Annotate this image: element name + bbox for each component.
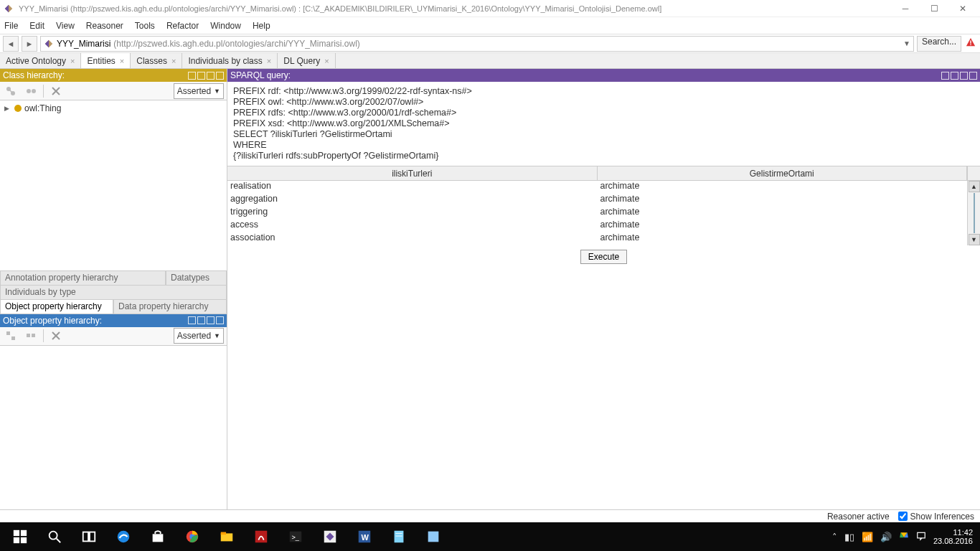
taskbar-app-misc[interactable] — [416, 522, 451, 551]
panel-view-icon[interactable] — [969, 72, 977, 80]
taskbar-app-store[interactable] — [141, 522, 175, 551]
table-row[interactable]: realisationarchimate — [227, 181, 967, 194]
tray-action-center-icon[interactable] — [916, 531, 926, 543]
close-icon[interactable]: × — [120, 57, 124, 65]
maximize-button[interactable]: ☐ — [920, 0, 948, 17]
menu-reasoner[interactable]: Reasoner — [86, 21, 123, 31]
panel-view-icon[interactable] — [188, 72, 196, 80]
tray-chevron-up-icon[interactable]: ˄ — [832, 532, 837, 542]
close-button[interactable]: ✕ — [948, 0, 977, 17]
expand-icon[interactable]: ▶ — [4, 105, 11, 112]
cell: archimate — [598, 194, 968, 207]
taskbar-app-protege[interactable] — [313, 522, 347, 551]
search-icon[interactable] — [37, 522, 72, 551]
tab-dl-query[interactable]: DL Query× — [278, 53, 335, 68]
svg-rect-33 — [221, 532, 226, 535]
column-header[interactable]: iliskiTurleri — [227, 166, 598, 180]
panel-view-icon[interactable] — [941, 72, 949, 80]
stack-tab-individuals-by-type[interactable]: Individuals by type — [0, 286, 227, 300]
panel-view-icon[interactable] — [216, 72, 224, 80]
menu-edit[interactable]: Edit — [29, 21, 44, 31]
view-mode-dropdown[interactable]: Asserted ▼ — [174, 328, 224, 344]
panel-view-icon[interactable] — [197, 316, 205, 324]
taskbar-app-explorer[interactable] — [209, 522, 244, 551]
tray-drive-icon[interactable] — [899, 531, 909, 543]
delete-property-button[interactable] — [48, 328, 64, 344]
svg-rect-44 — [428, 532, 439, 542]
menu-window[interactable]: Window — [210, 21, 241, 31]
panel-view-icon[interactable] — [216, 316, 224, 324]
task-view-icon[interactable] — [72, 522, 106, 551]
panel-view-icon[interactable] — [207, 72, 215, 80]
close-icon[interactable]: × — [70, 57, 75, 65]
svg-rect-29 — [153, 534, 164, 542]
scroll-thumb[interactable] — [974, 193, 975, 233]
close-icon[interactable]: × — [267, 57, 271, 65]
table-row[interactable]: accessarchimate — [227, 220, 967, 232]
menu-tools[interactable]: Tools — [135, 21, 155, 31]
execute-button[interactable]: Execute — [580, 250, 627, 264]
tray-battery-icon[interactable]: ▮▯ — [844, 532, 854, 542]
search-button[interactable]: Search... — [917, 36, 961, 52]
stack-tab-annotation-property[interactable]: Annotation property hierarchy — [0, 271, 166, 286]
table-row[interactable]: associationarchimate — [227, 232, 967, 245]
object-property-tree[interactable] — [0, 346, 227, 510]
table-row[interactable]: triggeringarchimate — [227, 207, 967, 220]
add-subproperty-button[interactable] — [3, 328, 19, 344]
close-icon[interactable]: × — [324, 57, 329, 65]
panel-view-icon[interactable] — [951, 72, 958, 80]
class-hierarchy-tree[interactable]: ▶ owl:Thing — [0, 100, 227, 270]
table-row[interactable]: aggregationarchimate — [227, 194, 967, 207]
minimize-button[interactable]: ─ — [891, 0, 920, 17]
tray-volume-icon[interactable]: 🔊 — [880, 532, 892, 542]
add-sibling-property-button[interactable] — [23, 328, 39, 344]
show-inferences-checkbox[interactable]: Show Inferences — [898, 512, 974, 522]
menu-refactor[interactable]: Refactor — [166, 21, 199, 31]
taskbar-app-edge[interactable] — [106, 522, 141, 551]
close-icon[interactable]: × — [171, 57, 176, 65]
tree-row-owl-thing[interactable]: ▶ owl:Thing — [4, 103, 222, 113]
svg-text:W: W — [361, 533, 369, 542]
ontology-address-field[interactable]: YYY_Mimarisi (http://pszwed.kis.agh.edu.… — [40, 36, 914, 52]
sparql-query-editor[interactable]: PREFIX rdf: <http://www.w3.org/1999/02/2… — [227, 82, 980, 166]
taskbar-app-word[interactable]: W — [347, 522, 382, 551]
taskbar-app-chrome[interactable] — [175, 522, 209, 551]
stack-tab-object-property[interactable]: Object property hierarchy — [0, 300, 113, 314]
stack-tab-datatypes[interactable]: Datatypes — [166, 271, 227, 286]
tab-active-ontology[interactable]: Active Ontology× — [0, 53, 81, 68]
add-sibling-button[interactable] — [23, 83, 39, 99]
panel-view-icon[interactable] — [197, 72, 205, 80]
panel-view-icon[interactable] — [960, 72, 968, 80]
start-button[interactable] — [3, 522, 37, 551]
scroll-up-button[interactable]: ▲ — [969, 181, 980, 192]
panel-view-icon[interactable] — [188, 316, 196, 324]
tab-entities[interactable]: Entities× — [81, 53, 131, 68]
column-header[interactable]: GelistirmeOrtami — [598, 166, 968, 180]
tab-label: DL Query — [283, 56, 320, 66]
query-line: {?iliskiTurleri rdfs:subPropertyOf ?Geli… — [233, 151, 974, 161]
scroll-down-button[interactable]: ▼ — [969, 234, 980, 245]
svg-rect-16 — [27, 334, 30, 337]
add-subclass-button[interactable] — [3, 83, 19, 99]
menu-view[interactable]: View — [56, 21, 75, 31]
nav-back-button[interactable]: ◄ — [3, 36, 19, 52]
taskbar-app-acrobat[interactable] — [244, 522, 278, 551]
empty-area — [227, 268, 980, 509]
tab-individuals-by-class[interactable]: Individuals by class× — [182, 53, 278, 68]
taskbar-app-cmd[interactable]: >_ — [278, 522, 313, 551]
tray-network-icon[interactable]: 📶 — [862, 532, 873, 542]
view-mode-dropdown[interactable]: Asserted ▼ — [174, 83, 224, 99]
show-inferences-input[interactable] — [898, 512, 908, 521]
panel-view-icon[interactable] — [207, 316, 215, 324]
results-vertical-scrollbar[interactable]: ▲ ▼ — [967, 181, 980, 245]
taskbar-clock[interactable]: 11:42 23.08.2016 — [933, 528, 973, 545]
tab-classes[interactable]: Classes× — [131, 53, 182, 68]
address-dropdown-icon[interactable]: ▼ — [903, 39, 910, 47]
menu-file[interactable]: File — [4, 21, 18, 31]
menu-help[interactable]: Help — [253, 21, 270, 31]
taskbar-app-notepad[interactable] — [382, 522, 416, 551]
nav-forward-button[interactable]: ► — [22, 36, 37, 52]
stack-tab-data-property[interactable]: Data property hierarchy — [113, 300, 227, 314]
delete-class-button[interactable] — [48, 83, 64, 99]
warning-icon[interactable] — [964, 37, 977, 50]
